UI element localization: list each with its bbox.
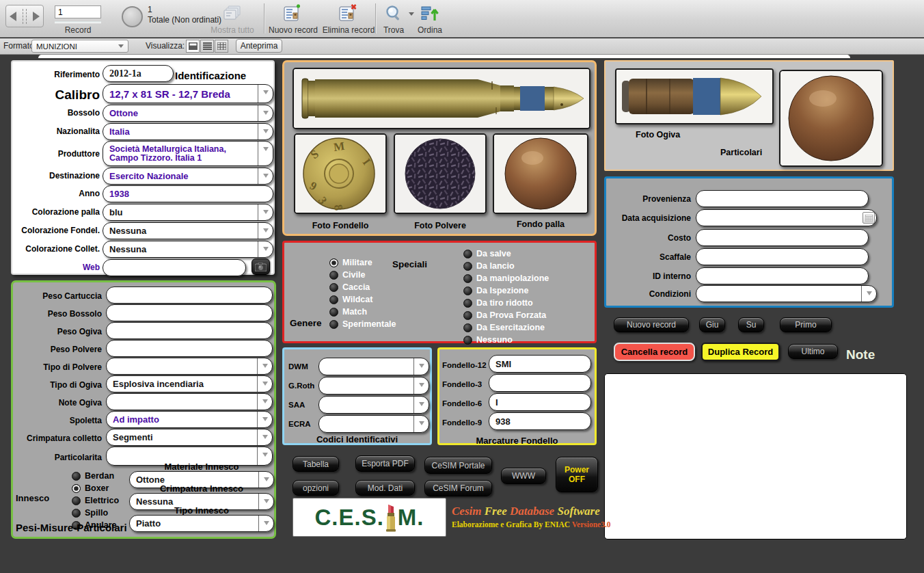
fondello-6-field[interactable]: I: [489, 393, 591, 411]
destinazione-field[interactable]: Esercito Nazionale: [103, 168, 273, 185]
radio-icon[interactable]: [463, 250, 472, 258]
su-button[interactable]: Su: [738, 317, 764, 332]
radio-speciali-da-esercitazione[interactable]: Da Esercitazione: [463, 323, 545, 332]
fondello-9-field[interactable]: 938: [489, 412, 591, 430]
find-button[interactable]: Trova: [377, 25, 411, 35]
dropdown-arrow-icon[interactable]: [258, 105, 273, 121]
colorazione-palla-field[interactable]: blu: [103, 204, 273, 221]
bossolo-field[interactable]: Ottone: [103, 105, 273, 122]
fondo-palla-frame[interactable]: [493, 133, 588, 214]
peso-cartuccia-field[interactable]: [106, 286, 273, 304]
nuovo-record-button[interactable]: Nuovo record: [614, 317, 689, 332]
radio-speciali-da-manipolazione[interactable]: Da manipolazione: [463, 274, 549, 283]
particolari-frame[interactable]: [779, 70, 883, 167]
radio-icon[interactable]: [329, 295, 338, 304]
radio-speciali-da-tiro-ridotto[interactable]: Da tiro ridotto: [463, 298, 533, 308]
riferimento-field[interactable]: 2012-1a: [103, 65, 174, 82]
ecra-field[interactable]: [318, 415, 429, 433]
bossolo-value[interactable]: Ottone: [103, 108, 258, 118]
cancella-record-button[interactable]: Cancella record: [614, 343, 695, 361]
tipo-ogiva-field[interactable]: Esplosiva incendiaria: [106, 375, 273, 392]
peso-ogiva-field[interactable]: [106, 322, 273, 339]
radio-innesco-berdan[interactable]: Berdan: [72, 471, 114, 481]
radio-icon[interactable]: [329, 271, 338, 280]
riferimento-value[interactable]: 2012-1a: [103, 68, 173, 79]
foto-polvere-frame[interactable]: [394, 133, 487, 214]
dropdown-arrow-icon[interactable]: [258, 204, 273, 220]
radio-genere-match[interactable]: Match: [329, 307, 367, 317]
cesim-forum-button[interactable]: CeSIM Forum: [424, 480, 492, 496]
camera-button[interactable]: [252, 258, 270, 275]
new-record-button[interactable]: Nuovo record: [262, 25, 325, 35]
produttore-field[interactable]: Società Metallurgica Italiana, Campo Tiz…: [103, 141, 273, 166]
fondello-3-field[interactable]: [489, 374, 591, 392]
nazionalita-value[interactable]: Italia: [103, 126, 258, 137]
dropdown-arrow-icon[interactable]: [257, 376, 272, 392]
dropdown-arrow-icon[interactable]: [258, 223, 273, 239]
radio-selected-icon[interactable]: [329, 258, 338, 267]
previous-record-icon[interactable]: [10, 12, 16, 21]
delete-record-icon[interactable]: [338, 4, 358, 26]
fondello-12-field[interactable]: SMI: [489, 355, 591, 373]
tabella-button[interactable]: Tabella: [293, 456, 339, 472]
radio-icon[interactable]: [72, 472, 81, 481]
note-ogiva-field[interactable]: [106, 393, 273, 410]
destinazione-value[interactable]: Esercito Nazionale: [103, 171, 258, 181]
dropdown-arrow-icon[interactable]: [258, 85, 273, 103]
radio-icon[interactable]: [329, 283, 338, 292]
dropdown-arrow-icon[interactable]: [257, 412, 272, 427]
radio-genere-militare[interactable]: Militare: [329, 258, 372, 267]
radio-icon[interactable]: [463, 336, 472, 345]
delete-record-button[interactable]: Elimina record: [316, 25, 381, 35]
view-list-button[interactable]: [200, 40, 214, 53]
calendar-button[interactable]: [862, 212, 875, 224]
mod-dati-button[interactable]: Mod. Dati: [355, 480, 415, 496]
tipo-innesco-field[interactable]: Piatto: [129, 515, 274, 532]
fondello-9-value[interactable]: 938: [489, 416, 590, 427]
dropdown-arrow-icon[interactable]: [258, 516, 273, 531]
giu-button[interactable]: Giu: [699, 317, 725, 332]
dropdown-arrow-icon[interactable]: [257, 394, 272, 410]
tipo-polvere-field[interactable]: [106, 358, 273, 375]
dropdown-arrow-icon[interactable]: [257, 358, 272, 374]
radio-icon[interactable]: [463, 311, 472, 320]
anno-value[interactable]: 1938: [103, 189, 273, 199]
dropdown-arrow-icon[interactable]: [413, 397, 429, 413]
radio-genere-civile[interactable]: Civile: [329, 270, 365, 280]
layout-select[interactable]: MUNIZIONI: [31, 40, 128, 53]
dropdown-arrow-icon[interactable]: [258, 142, 273, 165]
dropdown-arrow-icon[interactable]: [257, 429, 272, 445]
produttore-value[interactable]: Società Metallurgica Italiana, Campo Tiz…: [103, 145, 258, 163]
dropdown-arrow-icon[interactable]: [258, 124, 273, 139]
fondello-12-value[interactable]: SMI: [489, 359, 590, 369]
colorazione-fondel-field[interactable]: Nessuna: [103, 222, 273, 239]
radio-genere-sperimentale[interactable]: Sperimentale: [329, 319, 396, 329]
preview-button[interactable]: Anteprima: [236, 39, 282, 53]
record-slider[interactable]: [55, 21, 101, 23]
id-interno-field[interactable]: [696, 267, 869, 284]
radio-icon[interactable]: [329, 308, 338, 317]
find-dropdown-caret-icon[interactable]: [409, 12, 414, 18]
radio-speciali-da-lancio[interactable]: Da lancio: [463, 261, 515, 271]
radio-speciali-da-prova-forzata[interactable]: Da Prova Forzata: [463, 310, 546, 320]
dropdown-arrow-icon[interactable]: [413, 377, 429, 394]
condizioni-field[interactable]: [696, 285, 877, 302]
radio-genere-wildcat[interactable]: Wildcat: [329, 295, 372, 304]
crimpatura-colletto-field[interactable]: Segmenti: [106, 429, 273, 446]
ultimo-button[interactable]: Ultimo: [788, 344, 838, 359]
data-acquisizione-field[interactable]: [696, 209, 877, 226]
view-form-button[interactable]: [186, 40, 200, 53]
radio-icon[interactable]: [463, 323, 472, 332]
primo-button[interactable]: Primo: [780, 317, 832, 332]
radio-icon[interactable]: [463, 262, 472, 271]
radio-icon[interactable]: [463, 299, 472, 308]
tipo-innesco-value[interactable]: Piatto: [130, 518, 258, 529]
radio-speciali-da-ispezione[interactable]: Da Ispezione: [463, 286, 528, 295]
radio-innesco-spillo[interactable]: Spillo: [72, 508, 108, 518]
power-off-button[interactable]: Power OFF: [556, 457, 598, 492]
peso-polvere-field[interactable]: [106, 340, 273, 357]
esporta-pdf-button[interactable]: Esporta PDF: [355, 455, 415, 472]
radio-icon[interactable]: [72, 509, 81, 518]
find-icon[interactable]: [384, 4, 403, 26]
radio-speciali-nessuno[interactable]: Nessuno: [463, 335, 513, 345]
